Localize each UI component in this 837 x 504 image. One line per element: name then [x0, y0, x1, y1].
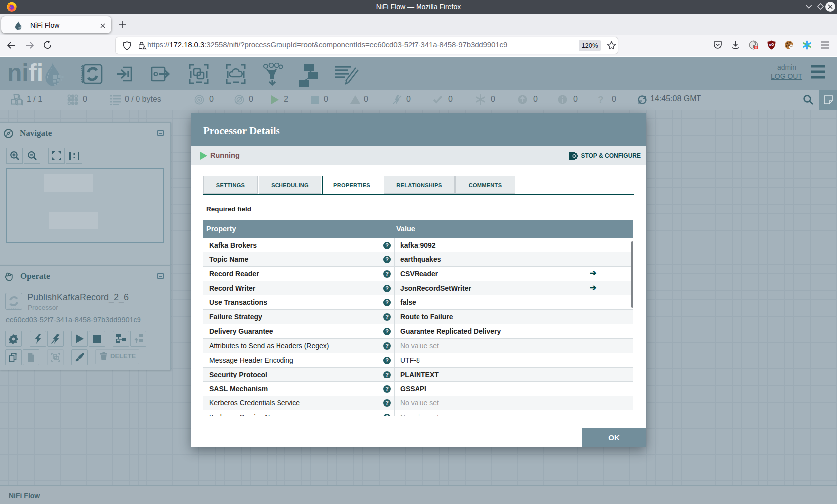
svg-text:uO: uO — [769, 43, 774, 46]
